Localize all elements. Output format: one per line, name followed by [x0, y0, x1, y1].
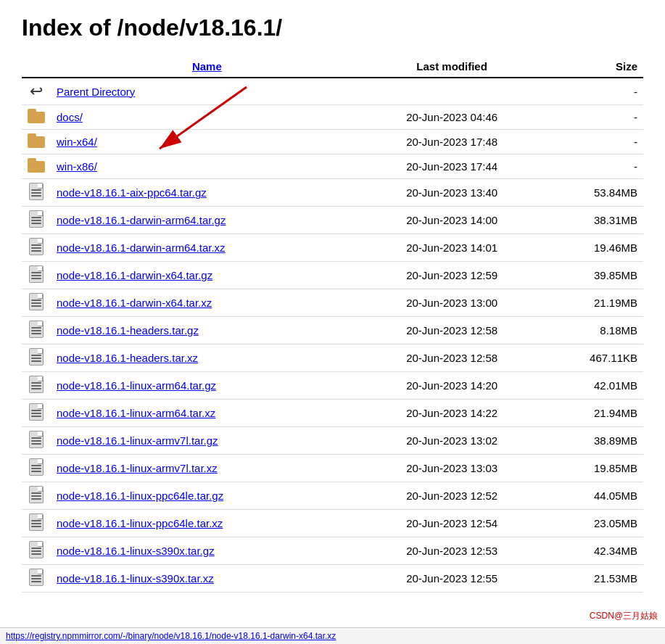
row-icon-cell: [22, 372, 51, 400]
row-icon-cell: [22, 455, 51, 482]
file-link[interactable]: node-v18.16.1-linux-ppc64le.tar.xz: [57, 517, 223, 529]
row-name-cell[interactable]: node-v18.16.1-darwin-arm64.tar.gz: [51, 207, 363, 234]
row-name-cell[interactable]: node-v18.16.1-headers.tar.gz: [51, 317, 363, 344]
row-size-cell: -: [541, 78, 643, 105]
row-size-cell: 44.05MB: [541, 482, 643, 510]
file-link[interactable]: node-v18.16.1-darwin-x64.tar.xz: [57, 297, 212, 309]
file-icon: [29, 218, 44, 230]
row-modified-cell: 20-Jun-2023 14:22: [363, 400, 541, 427]
row-name-cell[interactable]: node-v18.16.1-linux-armv7l.tar.gz: [51, 427, 363, 455]
row-name-cell[interactable]: docs/: [51, 105, 363, 130]
file-link[interactable]: node-v18.16.1-darwin-arm64.tar.gz: [57, 214, 226, 226]
table-row: node-v18.16.1-aix-ppc64.tar.gz20-Jun-202…: [22, 179, 643, 207]
row-name-cell[interactable]: node-v18.16.1-linux-arm64.tar.xz: [51, 400, 363, 427]
row-name-cell[interactable]: node-v18.16.1-linux-ppc64le.tar.xz: [51, 510, 363, 537]
file-icon: [29, 273, 44, 285]
file-icon: [29, 245, 44, 257]
file-link[interactable]: node-v18.16.1-headers.tar.gz: [57, 324, 199, 337]
table-row: node-v18.16.1-linux-armv7l.tar.xz20-Jun-…: [22, 455, 643, 482]
table-row: node-v18.16.1-linux-s390x.tar.gz20-Jun-2…: [22, 537, 643, 565]
row-modified-cell: 20-Jun-2023 13:02: [363, 427, 541, 455]
file-link[interactable]: node-v18.16.1-linux-s390x.tar.xz: [57, 572, 214, 585]
file-link[interactable]: node-v18.16.1-aix-ppc64.tar.gz: [57, 186, 207, 199]
row-size-cell: 21.94MB: [541, 400, 643, 427]
file-link[interactable]: docs/: [57, 111, 83, 123]
folder-icon: [28, 113, 45, 125]
table-row: node-v18.16.1-linux-arm64.tar.gz20-Jun-2…: [22, 372, 643, 400]
row-icon-cell: [22, 207, 51, 234]
table-row: node-v18.16.1-linux-ppc64le.tar.gz20-Jun…: [22, 482, 643, 510]
row-size-cell: 38.89MB: [541, 427, 643, 455]
row-modified-cell: 20-Jun-2023 12:54: [363, 510, 541, 537]
row-size-cell: -: [541, 105, 643, 130]
file-link[interactable]: node-v18.16.1-linux-arm64.tar.xz: [57, 407, 215, 419]
row-name-cell[interactable]: node-v18.16.1-darwin-x64.tar.xz: [51, 289, 363, 317]
table-row: node-v18.16.1-linux-arm64.tar.xz20-Jun-2…: [22, 400, 643, 427]
row-name-cell[interactable]: node-v18.16.1-linux-ppc64le.tar.gz: [51, 482, 363, 510]
row-icon-cell: [22, 317, 51, 344]
row-size-cell: 21.53MB: [541, 565, 643, 593]
table-header-row: Name Last modified Size: [22, 56, 643, 78]
table-row: node-v18.16.1-headers.tar.gz20-Jun-2023 …: [22, 317, 643, 344]
row-name-cell[interactable]: win-x64/: [51, 130, 363, 154]
row-icon-cell: [22, 262, 51, 289]
row-size-cell: 19.46MB: [541, 234, 643, 262]
row-modified-cell: 20-Jun-2023 13:40: [363, 179, 541, 207]
row-modified-cell: 20-Jun-2023 04:46: [363, 105, 541, 130]
file-icon: [29, 383, 44, 395]
row-icon-cell: [22, 537, 51, 565]
file-icon: [29, 548, 44, 561]
row-name-cell[interactable]: node-v18.16.1-darwin-x64.tar.gz: [51, 262, 363, 289]
row-icon-cell: ↩: [22, 78, 51, 105]
file-link[interactable]: node-v18.16.1-linux-ppc64le.tar.gz: [57, 490, 223, 502]
table-row: win-x64/20-Jun-2023 17:48-: [22, 130, 643, 154]
file-link[interactable]: Parent Directory: [57, 86, 135, 98]
file-link[interactable]: node-v18.16.1-headers.tar.xz: [57, 352, 198, 364]
file-link[interactable]: node-v18.16.1-darwin-arm64.tar.xz: [57, 242, 226, 254]
file-link[interactable]: node-v18.16.1-linux-s390x.tar.gz: [57, 545, 215, 557]
row-icon-cell: [22, 105, 51, 130]
file-link[interactable]: node-v18.16.1-linux-armv7l.tar.xz: [57, 462, 218, 474]
file-icon: [29, 328, 44, 340]
file-link[interactable]: node-v18.16.1-linux-armv7l.tar.gz: [57, 434, 218, 447]
file-link[interactable]: win-x64/: [57, 136, 97, 148]
row-name-cell[interactable]: node-v18.16.1-linux-armv7l.tar.xz: [51, 455, 363, 482]
file-link[interactable]: win-x86/: [57, 160, 97, 173]
file-icon: [29, 493, 44, 505]
row-modified-cell: 20-Jun-2023 12:53: [363, 537, 541, 565]
row-modified-cell: 20-Jun-2023 13:00: [363, 289, 541, 317]
row-size-cell: -: [541, 130, 643, 154]
row-icon-cell: [22, 130, 51, 154]
file-icon: [29, 300, 44, 313]
row-name-cell[interactable]: node-v18.16.1-darwin-arm64.tar.xz: [51, 234, 363, 262]
row-name-cell[interactable]: node-v18.16.1-linux-arm64.tar.gz: [51, 372, 363, 400]
row-size-cell: 8.18MB: [541, 317, 643, 344]
row-modified-cell: 20-Jun-2023 12:55: [363, 565, 541, 593]
row-modified-cell: 20-Jun-2023 12:59: [363, 262, 541, 289]
row-size-cell: 39.85MB: [541, 262, 643, 289]
file-link[interactable]: node-v18.16.1-linux-arm64.tar.gz: [57, 379, 216, 392]
folder-icon: [28, 162, 45, 175]
row-icon-cell: [22, 289, 51, 317]
table-row: win-x86/20-Jun-2023 17:44-: [22, 154, 643, 179]
row-name-cell[interactable]: node-v18.16.1-linux-s390x.tar.gz: [51, 537, 363, 565]
row-name-cell[interactable]: Parent Directory: [51, 78, 363, 105]
row-name-cell[interactable]: node-v18.16.1-aix-ppc64.tar.gz: [51, 179, 363, 207]
file-link[interactable]: node-v18.16.1-darwin-x64.tar.gz: [57, 269, 212, 281]
icon-col-header: [22, 56, 51, 78]
row-size-cell: 38.31MB: [541, 207, 643, 234]
row-name-cell[interactable]: node-v18.16.1-headers.tar.xz: [51, 344, 363, 372]
row-modified-cell: 20-Jun-2023 17:48: [363, 130, 541, 154]
row-name-cell[interactable]: node-v18.16.1-linux-s390x.tar.xz: [51, 565, 363, 593]
row-name-cell[interactable]: win-x86/: [51, 154, 363, 179]
table-row: docs/20-Jun-2023 04:46-: [22, 105, 643, 130]
row-size-cell: 19.85MB: [541, 455, 643, 482]
row-size-cell: 42.34MB: [541, 537, 643, 565]
file-listing-table: Name Last modified Size ↩Parent Director…: [22, 56, 643, 593]
file-icon: [29, 438, 44, 450]
file-icon: [29, 190, 44, 202]
row-size-cell: 467.11KB: [541, 344, 643, 372]
name-col-header[interactable]: Name: [51, 56, 363, 78]
row-size-cell: 53.84MB: [541, 179, 643, 207]
row-icon-cell: [22, 565, 51, 593]
